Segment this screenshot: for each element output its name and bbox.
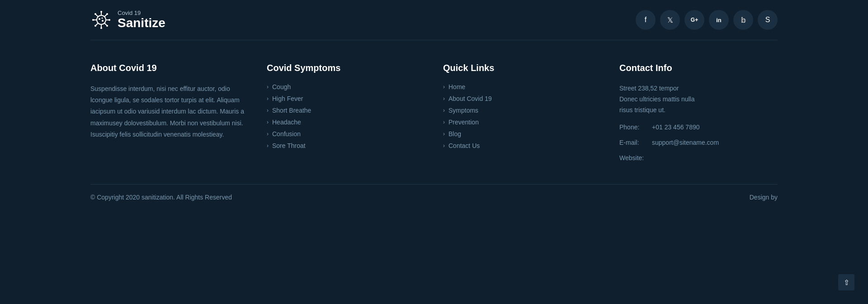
about-heading: About Covid 19 [90, 63, 249, 73]
svg-line-15 [96, 23, 98, 25]
twitter-button[interactable]: 𝕏 [660, 10, 680, 30]
chevron-icon: › [267, 119, 269, 125]
linkedin-button[interactable]: in [709, 10, 729, 30]
website-label: Website: [619, 154, 646, 162]
chevron-icon: › [443, 95, 445, 102]
quicklinks-list: ›Home ›About Covid 19 ›Symptoms ›Prevent… [443, 83, 601, 149]
address-line1: Street 238,52 tempor [619, 83, 778, 94]
svg-point-16 [94, 25, 96, 27]
about-body: Suspendisse interdum, nisi nec effitur a… [90, 83, 249, 140]
address-line3: risus tristique ut. [619, 105, 778, 116]
svg-point-8 [108, 19, 110, 21]
svg-line-13 [104, 14, 107, 17]
chevron-icon: › [267, 107, 269, 114]
svg-point-17 [99, 18, 100, 20]
svg-point-10 [94, 13, 96, 15]
email-label: E-mail: [619, 139, 646, 146]
link-contact: Contact Us [448, 142, 480, 149]
copyright-text: © Copyright 2020 sanitization. All Right… [90, 194, 232, 201]
chevron-icon: › [443, 142, 445, 149]
symptom-confusion: Confusion [272, 130, 301, 138]
symptoms-column: Covid Symptoms ›Cough ›High Fever ›Short… [267, 63, 425, 162]
googleplus-button[interactable]: G+ [684, 10, 704, 30]
list-item[interactable]: ›Sore Throat [267, 142, 425, 149]
list-item[interactable]: ›Confusion [267, 130, 425, 138]
about-column: About Covid 19 Suspendisse interdum, nis… [90, 63, 249, 162]
svg-point-4 [100, 27, 102, 29]
logo-title: Sanitize [118, 16, 165, 30]
email-value: support@sitename.com [652, 139, 719, 146]
list-item[interactable]: ›Short Breathe [267, 107, 425, 114]
svg-point-2 [100, 11, 102, 13]
symptom-shortbreathe: Short Breathe [272, 107, 311, 114]
chevron-icon: › [267, 95, 269, 102]
address-line2: Donec ultricies mattis nulla [619, 94, 778, 105]
footer-content: About Covid 19 Suspendisse interdum, nis… [0, 40, 868, 184]
skype-button[interactable]: S [758, 10, 778, 30]
link-blog: Blog [448, 130, 461, 138]
link-about: About Covid 19 [448, 95, 492, 102]
scroll-top-button[interactable]: ⇧ [838, 274, 854, 290]
list-item[interactable]: ›Home [443, 83, 601, 90]
chevron-icon: › [267, 84, 269, 90]
symptom-cough: Cough [272, 83, 291, 90]
facebook-button[interactable]: f [636, 10, 656, 30]
contact-column: Contact Info Street 238,52 tempor Donec … [619, 63, 778, 162]
virus-icon [90, 9, 112, 31]
link-home: Home [448, 83, 465, 90]
list-item[interactable]: ›Prevention [443, 119, 601, 126]
chevron-icon: › [443, 119, 445, 125]
phone-value: +01 23 456 7890 [652, 124, 700, 131]
logo-area: Covid 19 Sanitize [90, 9, 165, 31]
contact-website-row: Website: [619, 154, 778, 162]
list-item[interactable]: ›High Fever [267, 95, 425, 102]
symptom-sorethroat: Sore Throat [272, 142, 306, 149]
symptom-highfever: High Fever [272, 95, 303, 102]
design-by-text: Design by [750, 194, 778, 201]
header: Covid 19 Sanitize f 𝕏 G+ in 𝕓 S [0, 0, 868, 40]
svg-point-18 [102, 20, 104, 22]
link-symptoms: Symptoms [448, 107, 478, 114]
chevron-icon: › [443, 84, 445, 90]
chevron-icon: › [443, 131, 445, 137]
social-icons-group: f 𝕏 G+ in 𝕓 S [636, 10, 778, 30]
chevron-icon: › [267, 142, 269, 149]
list-item[interactable]: ›Symptoms [443, 107, 601, 114]
chevron-icon: › [443, 107, 445, 114]
contact-email-row: E-mail: support@sitename.com [619, 139, 778, 146]
chevron-icon: › [267, 131, 269, 137]
contact-phone-row: Phone: +01 23 456 7890 [619, 124, 778, 131]
quicklinks-column: Quick Links ›Home ›About Covid 19 ›Sympt… [443, 63, 601, 162]
symptoms-list: ›Cough ›High Fever ›Short Breathe ›Heada… [267, 83, 425, 149]
link-prevention: Prevention [448, 119, 479, 126]
contact-address: Street 238,52 tempor Donec ultricies mat… [619, 83, 778, 115]
footer-bottom: © Copyright 2020 sanitization. All Right… [90, 184, 778, 210]
svg-point-19 [102, 18, 103, 19]
logo-subtitle: Covid 19 [118, 10, 165, 16]
svg-line-9 [96, 14, 98, 17]
svg-point-12 [106, 25, 108, 27]
symptom-headache: Headache [272, 119, 301, 126]
list-item[interactable]: ›Contact Us [443, 142, 601, 149]
symptoms-heading: Covid Symptoms [267, 63, 425, 73]
quicklinks-heading: Quick Links [443, 63, 601, 73]
svg-point-14 [106, 13, 108, 15]
logo-text-block: Covid 19 Sanitize [118, 10, 165, 30]
svg-line-11 [104, 23, 107, 25]
list-item[interactable]: ›About Covid 19 [443, 95, 601, 102]
list-item[interactable]: ›Cough [267, 83, 425, 90]
pinterest-button[interactable]: 𝕓 [733, 10, 753, 30]
list-item[interactable]: ›Blog [443, 130, 601, 138]
svg-point-6 [92, 19, 94, 21]
contact-heading: Contact Info [619, 63, 778, 73]
phone-label: Phone: [619, 124, 646, 131]
list-item[interactable]: ›Headache [267, 119, 425, 126]
